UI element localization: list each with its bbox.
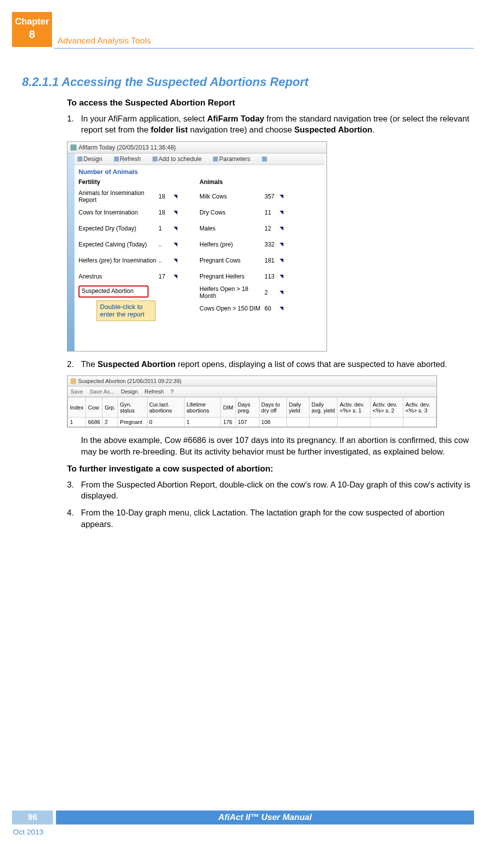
save-as-button[interactable]: Save As... xyxy=(90,388,114,394)
col-h[interactable]: DIM xyxy=(221,398,236,418)
schedule-icon xyxy=(152,156,158,162)
steps-3: 3. From the Suspected Abortion Report, d… xyxy=(67,479,474,530)
animals-col: Animals Milk Cows357◥ Dry Cows11◥ Males1… xyxy=(200,176,320,326)
design-icon xyxy=(78,156,82,162)
animals-row[interactable]: Males12◥ xyxy=(200,220,320,236)
dropdown-icon[interactable]: ◥ xyxy=(280,306,284,311)
header-divider xyxy=(54,48,474,48)
refresh-button[interactable]: Refresh xyxy=(144,388,164,394)
dropdown-icon[interactable]: ◥ xyxy=(174,226,178,231)
ss1-main: Design Refresh Add to schedule Parameter… xyxy=(74,154,324,351)
fertility-row[interactable]: Anestrus17◥ xyxy=(78,268,200,284)
dropdown-icon[interactable]: ◥ xyxy=(280,274,284,279)
design-button[interactable]: Design xyxy=(121,388,138,394)
help-button[interactable] xyxy=(262,156,268,162)
fertility-row[interactable]: Heifers (pre) for Insemination..◥ xyxy=(78,252,200,268)
step-2: 2. The Suspected Abortion report opens, … xyxy=(67,358,474,370)
col-h[interactable]: Daily avg. yield xyxy=(310,398,338,418)
save-button[interactable]: Save xyxy=(70,388,83,394)
step-1-text: In your AfiFarm application, select AfiF… xyxy=(81,113,474,136)
col-h[interactable]: Activ. dev.<%> s. 3 xyxy=(404,398,436,418)
ss1-sidebar xyxy=(68,154,74,351)
page-content: 8.2.1.1 Accessing the Suspected Abortion… xyxy=(22,75,474,536)
animals-row[interactable]: Pregnant Cows181◥ xyxy=(200,252,320,268)
table-header-row: Index Cow Grp. Gyn. status Cur.lact. abo… xyxy=(68,398,436,418)
footer-bar: 96 AfiAct II™ User Manual xyxy=(12,810,474,824)
report-table: Index Cow Grp. Gyn. status Cur.lact. abo… xyxy=(68,397,436,427)
dropdown-icon[interactable]: ◥ xyxy=(174,194,178,199)
ss1-section-title: Number of Animals xyxy=(74,165,324,176)
dropdown-icon[interactable]: ◥ xyxy=(174,274,178,279)
dropdown-icon[interactable]: ◥ xyxy=(280,258,284,263)
parameters-button[interactable]: Parameters xyxy=(213,156,255,162)
refresh-button[interactable]: Refresh xyxy=(114,156,146,162)
col-h[interactable]: Grp. xyxy=(102,398,118,418)
ss1-toolbar: Design Refresh Add to schedule Parameter… xyxy=(74,154,324,165)
intro-bold: To access the Suspected Abortion Report xyxy=(67,98,474,108)
dropdown-icon[interactable]: ◥ xyxy=(174,242,178,247)
steps: 1. In your AfiFarm application, select A… xyxy=(67,113,474,136)
callout-annotation: Double-click to enter the report xyxy=(96,300,156,321)
animals-row[interactable]: Heifers (pre)332◥ xyxy=(200,236,320,252)
page-number: 96 xyxy=(12,810,53,824)
col-h[interactable]: Cow xyxy=(86,398,102,418)
section-label: Advanced Analysis Tools xyxy=(58,36,151,46)
animals-row[interactable]: Pregnant Heifers113◥ xyxy=(200,268,320,284)
ss2-toolbar: Save Save As... Design Refresh ? xyxy=(68,386,436,397)
page-footer: 96 AfiAct II™ User Manual Oct 2013 xyxy=(12,810,474,836)
fertility-row[interactable]: Expected Dry (Today)1◥ xyxy=(78,220,200,236)
further-bold: To further investigate a cow suspected o… xyxy=(67,464,474,474)
manual-title: AfiAct II™ User Manual xyxy=(56,810,474,824)
col-h[interactable]: Lifetime abortions xyxy=(184,398,220,418)
schedule-button[interactable]: Add to schedule xyxy=(152,156,206,162)
col-h[interactable]: Gyn. status xyxy=(118,398,147,418)
section-heading: 8.2.1.1 Accessing the Suspected Abortion… xyxy=(22,75,474,89)
help-button[interactable]: ? xyxy=(170,388,174,394)
ss1-columns: Fertility Animals for Insemination Repor… xyxy=(74,176,324,330)
step-2-num: 2. xyxy=(67,358,81,370)
step-4: 4. From the 10-Day graph menu, click Lac… xyxy=(67,507,474,530)
dropdown-icon[interactable]: ◥ xyxy=(280,226,284,231)
help-icon xyxy=(262,156,267,162)
chapter-label: Chapter xyxy=(15,16,49,26)
step-4-text: From the 10-Day graph menu, click Lactat… xyxy=(81,507,474,530)
col-h[interactable]: Cur.lact. abortions xyxy=(147,398,184,418)
animals-row[interactable]: Heifers Open > 18 Month2◥ xyxy=(200,284,320,300)
parameters-icon xyxy=(213,156,218,162)
report-icon xyxy=(70,378,76,384)
table-row[interactable]: 1 6686 2 Pregnant 0 1 176 107 108 xyxy=(68,418,436,427)
animals-row[interactable]: Dry Cows11◥ xyxy=(200,204,320,220)
afifarm-today-screenshot: Afifarm Today (20/05/2013 11:36:48) Desi… xyxy=(67,142,327,352)
dropdown-icon[interactable]: ◥ xyxy=(280,242,284,247)
example-paragraph: In the above example, Cow #6686 is over … xyxy=(81,434,474,457)
animals-header: Animals xyxy=(200,176,320,188)
fertility-header: Fertility xyxy=(78,176,200,188)
col-h[interactable]: Activ. dev.<%> s. 2 xyxy=(370,398,404,418)
step-3-num: 3. xyxy=(67,479,81,502)
fertility-row[interactable]: Expected Calving (Today)..◥ xyxy=(78,236,200,252)
dropdown-icon[interactable]: ◥ xyxy=(280,194,284,199)
fertility-col: Fertility Animals for Insemination Repor… xyxy=(78,176,200,326)
chapter-number: 8 xyxy=(12,28,52,42)
dropdown-icon[interactable]: ◥ xyxy=(174,210,178,215)
col-h[interactable]: Daily yield xyxy=(286,398,309,418)
animals-row[interactable]: Cows Open > 150 DIM60◥ xyxy=(200,300,320,316)
fertility-row[interactable]: Cows for Insemination18◥ xyxy=(78,204,200,220)
dropdown-icon[interactable]: ◥ xyxy=(280,210,284,215)
col-h[interactable]: Activ. dev.<%> s. 1 xyxy=(338,398,370,418)
dropdown-icon[interactable]: ◥ xyxy=(280,290,284,295)
design-button[interactable]: Design xyxy=(78,156,107,162)
col-h[interactable]: Days to dry off xyxy=(259,398,286,418)
step-1: 1. In your AfiFarm application, select A… xyxy=(67,113,474,136)
ss2-titlebar: Suspected Abortion (21/06/2011 09:22:39) xyxy=(68,376,436,387)
col-h[interactable]: Days preg. xyxy=(236,398,259,418)
refresh-icon xyxy=(114,156,119,162)
animals-row[interactable]: Milk Cows357◥ xyxy=(200,188,320,204)
col-h[interactable]: Index xyxy=(68,398,86,418)
step-3-text: From the Suspected Abortion Report, doub… xyxy=(81,479,474,502)
suspected-abortion-report-screenshot: Suspected Abortion (21/06/2011 09:22:39)… xyxy=(67,376,437,428)
fertility-row[interactable]: Animals for Insemination Report18◥ xyxy=(78,188,200,204)
step-3: 3. From the Suspected Abortion Report, d… xyxy=(67,479,474,502)
dropdown-icon[interactable]: ◥ xyxy=(174,258,178,263)
step-2-text: The Suspected Abortion report opens, dis… xyxy=(81,358,474,370)
